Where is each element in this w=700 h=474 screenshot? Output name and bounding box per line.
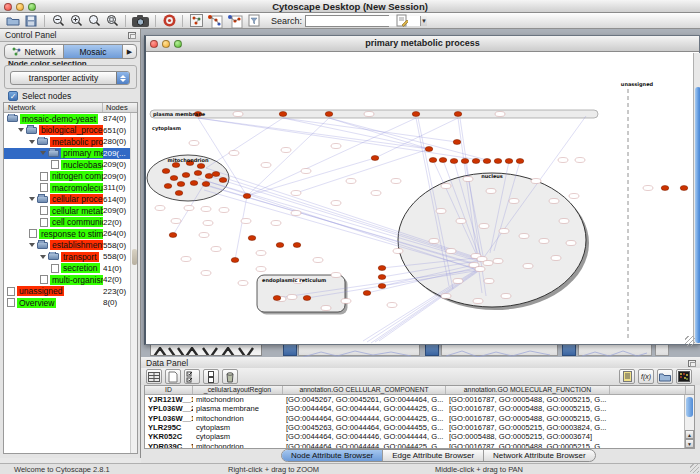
filter-icon[interactable] <box>246 14 262 28</box>
network-node-label[interactable] <box>479 224 489 229</box>
attribute-list-icon[interactable] <box>619 369 635 384</box>
table-cell[interactable]: YPL036W__1 <box>145 414 193 423</box>
table-cell[interactable]: mitochondrion <box>193 414 283 423</box>
network-node-selected[interactable] <box>197 164 205 169</box>
network-node-selected[interactable] <box>483 159 491 164</box>
network-node-label[interactable] <box>291 191 301 196</box>
network-node-label[interactable] <box>301 169 311 174</box>
table-cell[interactable]: plasma membrane <box>193 404 283 413</box>
network-node-label[interactable] <box>261 163 271 168</box>
network-edge[interactable] <box>235 196 247 260</box>
network-node-label[interactable] <box>181 257 191 262</box>
table-cell[interactable]: [GO:0045267, GO:0045261, GO:0044464, G..… <box>283 395 446 404</box>
tree-row-label[interactable]: unassigned <box>17 286 64 296</box>
network-node-label[interactable] <box>241 219 251 224</box>
network-node-selected[interactable] <box>371 156 379 161</box>
network-node-label[interactable] <box>346 179 356 184</box>
network-node-selected[interactable] <box>182 173 190 178</box>
tree-row-label[interactable]: Overview <box>17 298 56 308</box>
layout-icon[interactable] <box>226 14 244 28</box>
expand-arrow-icon[interactable] <box>29 197 35 201</box>
tree-row[interactable]: metabolic process280(0) <box>4 136 137 148</box>
tree-row-label[interactable]: macromolecule <box>50 183 103 193</box>
network-node-label[interactable] <box>446 249 456 254</box>
tree-row[interactable]: transport558(0) <box>4 251 137 263</box>
tree-row[interactable]: unassigned223(0) <box>4 286 137 298</box>
node-color-select[interactable]: transporter activity <box>10 71 130 85</box>
network-node-selected[interactable] <box>276 243 284 248</box>
tree-row-label[interactable]: transport <box>61 252 99 262</box>
table-column-header[interactable] <box>610 386 686 394</box>
network-node-label[interactable] <box>238 281 248 286</box>
overview-icon[interactable] <box>188 14 204 28</box>
table-cell[interactable]: YLR295C <box>145 423 193 432</box>
network-node-label[interactable] <box>199 233 209 238</box>
network-node-selected[interactable] <box>164 184 172 189</box>
table-cell[interactable]: YPL036W__2 <box>145 404 193 413</box>
network-node-label[interactable] <box>189 141 199 146</box>
network-node-label[interactable] <box>441 184 451 189</box>
network-node-selected[interactable] <box>505 159 513 164</box>
network-node-label[interactable] <box>549 199 559 204</box>
network-node-selected[interactable] <box>273 296 281 301</box>
table-column-header[interactable]: annotation.GO CELLULAR_COMPONENT <box>283 386 446 394</box>
network-node-label[interactable] <box>203 221 213 226</box>
delete-attribute-icon[interactable] <box>222 369 238 384</box>
network-node-label[interactable] <box>566 241 576 246</box>
zoom-selected-icon[interactable] <box>86 14 102 28</box>
table-cell[interactable]: YJR121W__1 <box>145 395 193 404</box>
network-node-label[interactable] <box>493 259 503 264</box>
network-node-label[interactable] <box>484 279 494 284</box>
network-node-label[interactable] <box>575 158 585 163</box>
network-node-selected[interactable] <box>412 112 420 117</box>
network-node-selected[interactable] <box>194 171 202 176</box>
network-node-selected[interactable] <box>494 159 502 164</box>
background-window-thumbnail[interactable] <box>578 344 652 356</box>
network-node-label[interactable] <box>233 112 243 117</box>
network-node-selected[interactable] <box>378 284 386 289</box>
table-cell[interactable]: YKR052C <box>145 432 193 441</box>
tree-header-nodes[interactable]: Nodes <box>103 103 137 112</box>
tree-row-label[interactable]: secretion <box>61 263 100 273</box>
network-node-label[interactable] <box>331 144 341 149</box>
network-node-selected[interactable] <box>162 169 170 174</box>
tree-row[interactable]: nitrogen compou209(0) <box>4 171 137 183</box>
network-vertical-scrollbar[interactable] <box>693 53 700 344</box>
tree-row[interactable]: cellular process614(0) <box>4 194 137 206</box>
network-node-label[interactable] <box>371 191 381 196</box>
tree-row[interactable]: primary metabolic209(... <box>4 148 137 160</box>
network-node-selected[interactable] <box>177 182 185 187</box>
network-edge[interactable] <box>283 118 429 149</box>
network-node-selected[interactable] <box>439 158 447 163</box>
network-node-selected[interactable] <box>248 236 256 241</box>
tree-row-label[interactable]: mosaic-demo-yeast <box>20 114 98 124</box>
network-node-label[interactable] <box>393 249 403 254</box>
network-node-label[interactable] <box>558 158 568 163</box>
select-attributes-icon[interactable] <box>184 369 200 384</box>
network-node-selected[interactable] <box>172 163 180 168</box>
tab-mosaic[interactable]: Mosaic <box>63 45 122 58</box>
network-node-label[interactable] <box>559 219 569 224</box>
tab-network-attribute-browser[interactable]: Network Attribute Browser <box>483 450 594 461</box>
network-node-label[interactable] <box>509 199 519 204</box>
network-node-selected[interactable] <box>516 159 524 164</box>
import-attributes-icon[interactable] <box>657 369 673 384</box>
network-node-label[interactable] <box>331 201 341 206</box>
network-node-label[interactable] <box>364 112 374 117</box>
network-node-label[interactable] <box>463 177 473 182</box>
snapshot-icon[interactable] <box>131 14 150 28</box>
table-row[interactable]: YDR039C__1mitochondrion[GO:0044464, GO:0… <box>145 441 694 449</box>
network-node-selected[interactable] <box>429 158 437 163</box>
network-edge[interactable] <box>206 118 283 168</box>
tree-row[interactable]: establishment of lo558(0) <box>4 240 137 252</box>
network-node-selected[interactable] <box>169 233 177 238</box>
select-nodes-checkbox[interactable]: ✓ <box>8 91 18 101</box>
network-node-label[interactable] <box>531 179 541 184</box>
network-node-label[interactable] <box>201 271 211 276</box>
network-node-selected[interactable] <box>205 174 213 179</box>
network-node-label[interactable] <box>155 206 165 211</box>
network-node-selected[interactable] <box>279 112 287 117</box>
network-node-selected[interactable] <box>454 112 462 117</box>
network-node-label[interactable] <box>499 229 509 234</box>
tree-row[interactable]: response to stimulu264(0) <box>4 228 137 240</box>
